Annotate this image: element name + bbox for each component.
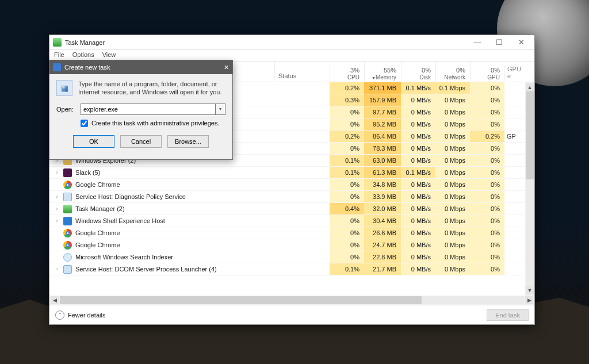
menu-options[interactable]: Options <box>72 51 94 60</box>
column-network[interactable]: 0% Network <box>435 62 470 81</box>
dialog-titlebar[interactable]: Create new task ✕ <box>49 60 232 74</box>
cpu-cell: 0% <box>330 251 364 263</box>
scroll-up-icon[interactable]: ▲ <box>526 83 534 91</box>
horizontal-scroll-thumb[interactable] <box>60 296 422 304</box>
cpu-cell: 0.2% <box>330 131 364 142</box>
network-cell: 0 Mbps <box>435 227 470 239</box>
cpu-cell: 0% <box>330 179 364 190</box>
ok-button[interactable]: OK <box>73 135 114 148</box>
cpu-cell: 0.1% <box>330 263 364 275</box>
memory-cell: 24.7 MB <box>364 239 401 251</box>
cancel-button[interactable]: Cancel <box>120 135 162 148</box>
column-memory[interactable]: 55% Memory <box>364 62 401 81</box>
network-cell: 0 Mbps <box>435 179 470 190</box>
process-row[interactable]: › Windows Shell Experience Host 0% 30.4 … <box>49 215 534 227</box>
cpu-cell: 0% <box>330 191 364 202</box>
process-row[interactable]: › Google Chrome 0% 24.7 MB 0 MB/s 0 Mbps… <box>49 239 534 251</box>
expand-chevron-icon[interactable]: › <box>54 206 60 212</box>
browse-button[interactable]: Browse... <box>167 135 209 148</box>
cpu-cell: 0.1% <box>330 155 364 166</box>
chevron-down-icon[interactable]: ▾ <box>215 104 225 115</box>
network-cell: 0 Mbps <box>435 191 470 202</box>
vertical-scrollbar[interactable]: ▲ ▼ <box>525 82 534 296</box>
gpu-cell: 0% <box>470 191 504 202</box>
expand-chevron-icon[interactable]: › <box>54 170 60 175</box>
dialog-close-button[interactable]: ✕ <box>224 64 229 71</box>
scroll-left-icon[interactable]: ◀ <box>51 296 59 304</box>
open-input[interactable] <box>81 104 215 115</box>
end-task-button[interactable]: End task <box>487 309 529 321</box>
memory-cell: 97.7 MB <box>364 106 401 118</box>
process-row[interactable]: › Service Host: DCOM Server Process Laun… <box>49 263 534 275</box>
disk-cell: 0 MB/s <box>401 94 435 106</box>
memory-cell: 157.9 MB <box>364 94 401 106</box>
admin-privileges-label: Create this task with administrative pri… <box>91 120 220 127</box>
memory-cell: 32.0 MB <box>364 203 401 214</box>
scroll-right-icon[interactable]: ▶ <box>525 296 533 304</box>
expand-chevron-icon[interactable]: › <box>54 194 60 200</box>
memory-cell: 63.0 MB <box>364 155 401 166</box>
open-combobox[interactable]: ▾ <box>81 104 225 115</box>
menu-view[interactable]: View <box>102 51 116 60</box>
expand-chevron-icon[interactable]: › <box>54 218 60 224</box>
process-row[interactable]: › Google Chrome 0% 34.8 MB 0 MB/s 0 Mbps… <box>49 179 534 191</box>
process-name: Google Chrome <box>75 242 120 248</box>
gpu-cell: 0% <box>470 94 504 106</box>
menu-file[interactable]: File <box>54 51 64 60</box>
network-cell: 0 Mbps <box>435 143 470 154</box>
process-row[interactable]: › Microsoft Windows Search Indexer 0% 22… <box>49 251 534 263</box>
network-cell: 0 Mbps <box>435 167 470 178</box>
scroll-down-icon[interactable]: ▼ <box>526 286 534 294</box>
network-cell: 0 Mbps <box>435 118 470 130</box>
fewer-details-button[interactable]: ˄ Fewer details <box>55 311 105 320</box>
create-new-task-dialog: Create new task ✕ ▦ Type the name of a p… <box>49 60 233 160</box>
run-dialog-icon <box>53 63 61 71</box>
cpu-cell: 0% <box>330 215 364 227</box>
process-row[interactable]: › Task Manager (2) 0.4% 32.0 MB 0 MB/s 0… <box>49 203 534 215</box>
memory-cell: 95.2 MB <box>364 118 401 130</box>
memory-cell: 78.3 MB <box>364 143 401 154</box>
gpu-cell: 0% <box>470 155 504 166</box>
process-row[interactable]: › Slack (5) 0.1% 61.3 MB 0.1 MB/s 0 Mbps… <box>49 167 534 179</box>
fewer-details-label: Fewer details <box>68 312 105 319</box>
network-cell: 0 Mbps <box>435 131 470 142</box>
column-disk[interactable]: 0% Disk <box>401 62 435 81</box>
disk-cell: 0 MB/s <box>401 203 435 214</box>
gpu-cell: 0% <box>470 106 504 118</box>
network-cell: 0 Mbps <box>435 106 470 118</box>
process-icon <box>63 217 72 225</box>
process-name: Service Host: DCOM Server Process Launch… <box>75 266 217 273</box>
column-status[interactable]: Status <box>274 62 330 81</box>
dialog-description: Type the name of a program, folder, docu… <box>78 80 225 97</box>
window-minimize-button[interactable]: — <box>470 38 485 47</box>
network-cell: 0 Mbps <box>435 239 470 251</box>
window-maximize-button[interactable]: ☐ <box>492 38 507 47</box>
gpu-cell: 0% <box>470 239 504 251</box>
process-name: Task Manager (2) <box>75 205 125 212</box>
network-cell: 0 Mbps <box>435 155 470 166</box>
process-icon <box>63 168 72 177</box>
column-gpu-engine[interactable]: GPU e <box>504 66 525 81</box>
horizontal-scrollbar[interactable]: ◀ ▶ <box>49 296 534 305</box>
process-icon <box>63 265 72 274</box>
memory-cell: 86.4 MB <box>364 131 401 142</box>
window-close-button[interactable]: ✕ <box>514 38 529 47</box>
admin-privileges-checkbox[interactable] <box>81 120 88 127</box>
disk-cell: 0 MB/s <box>401 215 435 227</box>
process-row[interactable]: › Google Chrome 0% 26.6 MB 0 MB/s 0 Mbps… <box>49 227 534 239</box>
process-icon <box>63 229 72 237</box>
vertical-scroll-thumb[interactable] <box>526 91 534 179</box>
disk-cell: 0 MB/s <box>401 131 435 142</box>
gpu-engine-cell: GP <box>504 133 525 140</box>
expand-chevron-icon[interactable]: › <box>54 266 60 272</box>
process-row[interactable]: › Service Host: Diagnostic Policy Servic… <box>49 191 534 203</box>
window-titlebar[interactable]: Task Manager — ☐ ✕ <box>49 35 534 50</box>
process-name: Google Chrome <box>75 229 120 236</box>
column-cpu[interactable]: 3% CPU <box>330 62 364 81</box>
column-gpu[interactable]: 0% GPU <box>470 62 504 81</box>
network-cell: 0 Mbps <box>435 203 470 214</box>
disk-cell: 0 MB/s <box>401 179 435 190</box>
memory-cell: 33.9 MB <box>364 191 401 202</box>
process-name: Google Chrome <box>75 181 120 188</box>
disk-cell: 0 MB/s <box>401 143 435 154</box>
